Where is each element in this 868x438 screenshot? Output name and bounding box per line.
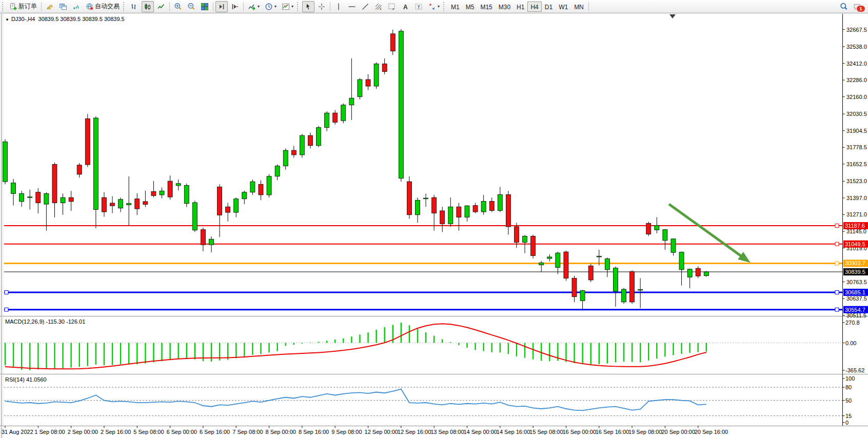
candle-body — [572, 278, 577, 296]
search-button[interactable] — [838, 1, 850, 12]
price-label-text: 30903.7 — [845, 260, 865, 266]
cursor-button[interactable] — [302, 1, 314, 12]
textA-icon: A — [401, 3, 409, 11]
timeframe-m15[interactable]: M15 — [477, 2, 495, 12]
timeframe-m5-label: M5 — [466, 4, 475, 11]
chart-windows-button[interactable] — [57, 1, 69, 12]
text-button[interactable]: A — [399, 1, 411, 12]
macd-signal-line — [5, 324, 706, 369]
candle-body — [192, 203, 197, 230]
time-tick-label: 2 Sep 16:00 — [101, 429, 131, 435]
chart-shift-button[interactable] — [229, 1, 241, 12]
symbol-dropdown-icon[interactable]: ▼ — [5, 17, 9, 22]
timeframe-m1[interactable]: M1 — [448, 2, 463, 12]
periods-button[interactable]: ▾ — [263, 1, 279, 12]
arrows-button[interactable]: ▾ — [426, 1, 442, 12]
arrows-icon — [428, 3, 436, 11]
line-handle[interactable] — [835, 262, 839, 265]
crosshair-button[interactable] — [315, 1, 328, 12]
candle-body — [374, 64, 379, 86]
symbol-ohlc-overlay: ▼DJ30-,H4 30839.5 30839.5 30839.5 30839.… — [5, 16, 125, 22]
macd-tick-label: -365.62 — [845, 367, 864, 373]
candle-body — [28, 197, 32, 197]
line-handle[interactable] — [5, 308, 8, 311]
candle-body — [226, 207, 230, 212]
candle-body — [291, 150, 296, 155]
templates-button[interactable]: ▾ — [280, 1, 295, 12]
zoom-in-button[interactable] — [172, 1, 184, 12]
line-chart-button[interactable] — [155, 1, 167, 12]
line-handle[interactable] — [835, 308, 839, 311]
candle-body — [160, 191, 164, 195]
chart-shift-marker[interactable] — [669, 14, 676, 18]
candle-body — [119, 200, 123, 208]
grid-button[interactable]: F — [386, 1, 398, 12]
line-handle[interactable] — [5, 290, 8, 294]
new-order-button[interactable]: 新订单 — [7, 1, 39, 12]
line-handle[interactable] — [835, 224, 839, 228]
time-tick-label: 5 Sep 08:00 — [133, 429, 164, 435]
timeframe-h4[interactable]: H4 — [527, 2, 541, 12]
timeframe-h1[interactable]: H1 — [514, 2, 527, 12]
auto-scroll-button[interactable] — [215, 1, 228, 12]
candle-body — [407, 182, 411, 215]
trendline-button[interactable] — [359, 1, 371, 12]
candle-body — [308, 135, 312, 146]
candle-body — [366, 79, 370, 86]
candle-body — [93, 118, 98, 209]
toolbar-grip — [297, 2, 300, 11]
candle-body — [151, 192, 156, 196]
zoom-out-button[interactable] — [185, 1, 198, 12]
candlestick-chart-button[interactable] — [142, 1, 154, 12]
timeframe-h1-label: H1 — [517, 4, 524, 11]
line-handle[interactable] — [835, 290, 839, 294]
chart-window[interactable]: ▼DJ30-,H4 30839.5 30839.5 30839.5 30839.… — [0, 0, 868, 438]
candle-body — [349, 98, 354, 105]
timeframe-mn[interactable]: MN — [571, 2, 587, 12]
bar-chart-button[interactable] — [128, 1, 141, 12]
time-axis[interactable]: 31 Aug 20221 Sep 08:002 Sep 00:002 Sep 1… — [2, 426, 728, 435]
candle-body — [3, 142, 8, 182]
indicators-button[interactable]: ▾ — [246, 1, 262, 12]
candle-body — [283, 150, 288, 166]
market-watch-button[interactable] — [44, 1, 56, 12]
time-tick-label: 13 Sep 08:00 — [430, 429, 464, 435]
chevron-down-icon: ▾ — [274, 4, 277, 9]
line-handle[interactable] — [835, 242, 839, 246]
price-tick-label: 32160.0 — [846, 94, 867, 100]
price-tick-label: 32412.0 — [846, 61, 867, 67]
timeframe-d1[interactable]: D1 — [542, 2, 556, 12]
time-tick-label: 20 Sep 16:00 — [695, 429, 728, 435]
notifications-button[interactable]: 1 — [851, 1, 864, 12]
auto-trading-button[interactable]: 自动交易 — [84, 1, 122, 12]
candle-body — [325, 113, 329, 127]
candle-body — [69, 197, 73, 202]
candle-body — [646, 224, 651, 234]
candle-body — [242, 192, 247, 199]
candle-body — [638, 290, 643, 290]
windows-icon — [59, 3, 67, 11]
rsi-indicator-label: RSI(14) 41.0560 — [5, 376, 47, 383]
fibonacci-button[interactable]: E — [372, 1, 385, 12]
candle-body — [556, 253, 560, 267]
candle-body — [687, 269, 692, 277]
horizontal-line-button[interactable] — [346, 1, 358, 12]
signals-button[interactable] — [70, 1, 83, 12]
panel-separators[interactable] — [0, 316, 868, 427]
price-label-text: 30839.5 — [845, 269, 865, 275]
timeframe-w1[interactable]: W1 — [556, 2, 571, 12]
tline-icon — [361, 3, 369, 11]
candle-body — [457, 207, 461, 217]
timeframe-m30[interactable]: M30 — [496, 2, 514, 12]
timeframe-mn-label: MN — [574, 4, 584, 11]
tile-windows-button[interactable] — [199, 1, 211, 12]
vertical-line-button[interactable] — [332, 1, 345, 12]
time-tick-label: 6 Sep 16:00 — [200, 429, 230, 435]
chart-canvas[interactable]: 32667.532538.032412.032286.032160.032030… — [0, 0, 868, 438]
text-label-button[interactable]: T — [412, 1, 425, 12]
timeframe-m5[interactable]: M5 — [463, 2, 478, 12]
time-tick-label: 12 Sep 16:00 — [398, 429, 431, 435]
price-axis[interactable]: 32667.532538.032412.032286.032160.032030… — [843, 14, 867, 426]
candle-body — [333, 113, 338, 122]
toolbar-grip — [443, 2, 446, 11]
